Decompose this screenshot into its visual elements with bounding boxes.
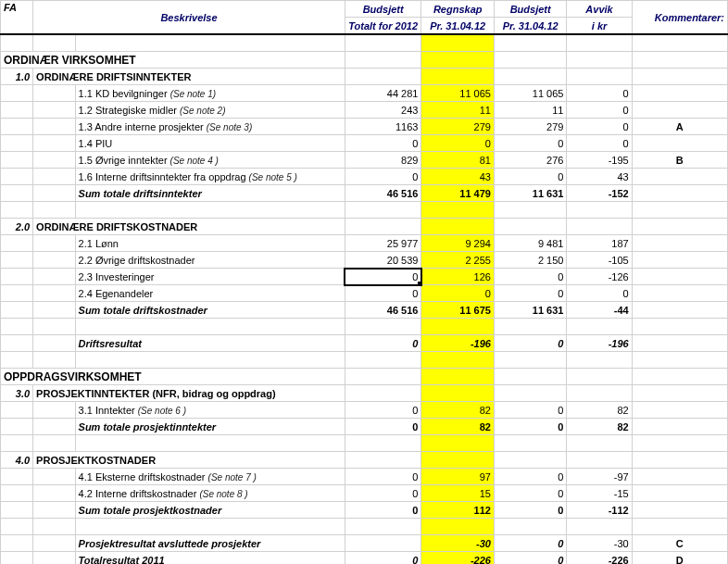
section-ordinaer: ORDINÆR VIRKSOMHET <box>1 52 345 69</box>
totalresultat-label: Totalresultat 2011 <box>75 552 345 565</box>
cell-c4[interactable]: 43 <box>567 169 632 185</box>
table-row[interactable]: 1.3 Andre interne prosjekter (Se note 3)… <box>1 119 728 135</box>
row-desc: 1.4 PIU <box>75 135 345 152</box>
table-row[interactable]: 1.1 KD bevilgninger (Se note 1) 44 281 1… <box>1 85 728 102</box>
cell-c2[interactable]: 81 <box>421 152 494 169</box>
cell-c1[interactable]: 25 977 <box>345 235 421 252</box>
cell-c2[interactable]: 97 <box>421 469 494 485</box>
cell-c4[interactable]: 0 <box>567 285 632 302</box>
cell-c2: 112 <box>421 502 494 519</box>
cell-c3[interactable]: 11 065 <box>494 85 566 102</box>
cell-c1[interactable]: 829 <box>345 152 421 169</box>
table-row[interactable]: 3.1 Inntekter (Se note 6 ) 0 82 0 82 <box>1 402 728 419</box>
cell-c2[interactable]: 279 <box>421 119 494 135</box>
sum-row: Sum totale driftskostnader 46 516 11 675… <box>1 302 728 319</box>
cell-c4[interactable]: 187 <box>567 235 632 252</box>
cell-c1[interactable]: 0 <box>345 135 421 152</box>
cell-kom: C <box>632 535 727 552</box>
cell-c3[interactable]: 2 150 <box>494 252 566 269</box>
cell-c3: 11 631 <box>494 185 566 202</box>
cell-c3[interactable]: 279 <box>494 119 566 135</box>
cell-c2[interactable]: 0 <box>421 135 494 152</box>
budget-table[interactable]: FA Beskrivelse Budsjett Regnskap Budsjet… <box>0 0 728 564</box>
row-desc: 2.2 Øvrige driftskostnader <box>75 252 345 269</box>
cell-c2[interactable]: 82 <box>421 402 494 419</box>
cell-c3[interactable]: 276 <box>494 152 566 169</box>
row-note: (Se note 7 ) <box>208 472 257 483</box>
cell-c4[interactable]: -97 <box>567 469 632 485</box>
cell-c4[interactable]: -105 <box>567 252 632 269</box>
cell-c4[interactable]: 82 <box>567 402 632 419</box>
cell-c3[interactable]: 0 <box>494 169 566 185</box>
row-note: (Se note 8 ) <box>199 489 247 499</box>
cell-c1[interactable]: 44 281 <box>345 85 421 102</box>
cell-c2[interactable]: 11 <box>421 102 494 119</box>
cell-c3[interactable]: 0 <box>494 469 566 485</box>
cell-c4[interactable]: 0 <box>567 85 632 102</box>
cell-c4: -30 <box>567 535 632 552</box>
row-note: (Se note 5 ) <box>249 172 297 182</box>
row-desc: 4.2 Interne driftskostnader <box>79 488 197 499</box>
table-row[interactable]: 4.1 Eksterne driftskostnader (Se note 7 … <box>1 469 728 485</box>
table-row[interactable]: 2.4 Egenandeler 0 0 0 0 <box>1 285 728 302</box>
cell-c2[interactable]: 126 <box>421 269 494 285</box>
hdr-fa: FA <box>1 1 33 35</box>
cell-c2[interactable]: 2 255 <box>421 252 494 269</box>
row-desc: 2.4 Egenandeler <box>75 285 345 302</box>
cell-c1[interactable]: 0 <box>345 169 421 185</box>
hdr-regnskap-2: Pr. 31.04.12 <box>421 18 494 35</box>
cell-c1[interactable]: 20 539 <box>345 252 421 269</box>
table-row[interactable]: 4.2 Interne driftskostnader (Se note 8 )… <box>1 485 728 502</box>
table-row[interactable]: 2.3 Investeringer 0 126 0 -126 <box>1 269 728 285</box>
cell-kom[interactable] <box>632 85 727 102</box>
cell-c1[interactable]: 0 <box>345 485 421 502</box>
cell-c2[interactable]: 0 <box>421 285 494 302</box>
cell-c4[interactable]: 0 <box>567 102 632 119</box>
cell-c4[interactable]: 0 <box>567 119 632 135</box>
row-note: (Se note 3) <box>207 122 252 132</box>
cell-c3[interactable]: 9 481 <box>494 235 566 252</box>
row-desc: 1.3 Andre interne prosjekter <box>79 121 204 132</box>
cell-c1[interactable]: 243 <box>345 102 421 119</box>
cell-c1[interactable]: 1163 <box>345 119 421 135</box>
cell-kom[interactable]: A <box>632 119 727 135</box>
cell-kom[interactable] <box>632 135 727 152</box>
cell-c1[interactable]: 0 <box>345 285 421 302</box>
cell-c1[interactable]: 0 <box>345 402 421 419</box>
hdr-beskrivelse: Beskrivelse <box>33 1 345 35</box>
cell-c3: 0 <box>494 335 566 352</box>
cell-kom[interactable] <box>632 169 727 185</box>
table-row[interactable]: 1.2 Strategiske midler (Se note 2) 243 1… <box>1 102 728 119</box>
cell-c4[interactable]: -15 <box>567 485 632 502</box>
cell-c1[interactable]: 0 <box>345 469 421 485</box>
table-row[interactable]: 1.4 PIU 0 0 0 0 <box>1 135 728 152</box>
cell-c2[interactable]: 15 <box>421 485 494 502</box>
cell-c2[interactable]: 9 294 <box>421 235 494 252</box>
cell-c3[interactable]: 0 <box>494 269 566 285</box>
group-2-title: ORDINÆRE DRIFTSKOSTNADER <box>33 219 345 235</box>
drifts-row: Driftsresultat 0 -196 0 -196 <box>1 335 728 352</box>
row-desc: 2.1 Lønn <box>75 235 345 252</box>
hdr-avvik-1: Avvik <box>567 1 632 18</box>
cell-c3[interactable]: 11 <box>494 102 566 119</box>
cell-c3[interactable]: 0 <box>494 402 566 419</box>
cell-c3[interactable]: 0 <box>494 135 566 152</box>
hdr-kommentarer: Kommentarer: <box>632 1 727 35</box>
cell-c3[interactable]: 0 <box>494 485 566 502</box>
cell-c4[interactable]: 0 <box>567 135 632 152</box>
cell-c4: 82 <box>567 419 632 435</box>
cell-c4[interactable]: -126 <box>567 269 632 285</box>
cell-kom[interactable] <box>632 102 727 119</box>
table-row[interactable]: 1.6 Interne driftsinntekter fra oppdrag … <box>1 169 728 185</box>
cell-c4[interactable]: -195 <box>567 152 632 169</box>
cell-c3[interactable]: 0 <box>494 285 566 302</box>
cell-c2[interactable]: 11 065 <box>421 85 494 102</box>
cell-c2[interactable]: 43 <box>421 169 494 185</box>
cell-kom[interactable]: B <box>632 152 727 169</box>
table-row[interactable]: 1.5 Øvrige inntekter (Se note 4 ) 829 81… <box>1 152 728 169</box>
table-row[interactable]: 2.1 Lønn 25 977 9 294 9 481 187 <box>1 235 728 252</box>
table-row[interactable]: 2.2 Øvrige driftskostnader 20 539 2 255 … <box>1 252 728 269</box>
group-1-title: ORDINÆRE DRIFTSINNTEKTER <box>33 69 345 85</box>
group-3-title: PROSJEKTINNTEKTER (NFR, bidrag og oppdra… <box>33 385 345 402</box>
active-cell[interactable]: 0 <box>345 269 421 285</box>
